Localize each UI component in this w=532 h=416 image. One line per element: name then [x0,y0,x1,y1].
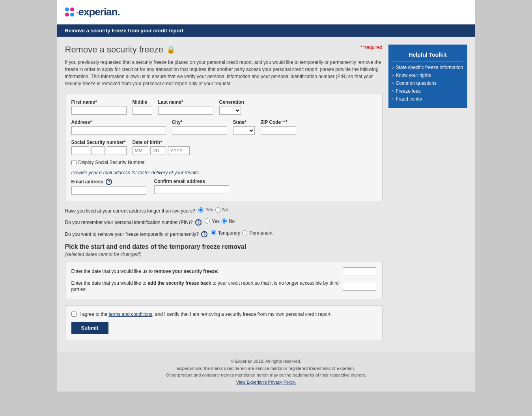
ssn-label: Social Security number* [71,140,127,145]
q3-perm-radio[interactable] [242,230,247,235]
confirm-email-group: Confirm email address [154,179,229,195]
toolkit-link-3[interactable]: Freeze fees [396,88,421,94]
q1-yes-radio[interactable] [198,207,203,213]
footer-privacy-link[interactable]: View Experian's Privacy Policy. [236,380,296,384]
display-ssn-label: Display Social Security Number [78,160,145,165]
q2-yes-label: Yes [212,218,220,224]
toolkit-link-2[interactable]: Common questions [396,80,437,86]
logo: ·experian. [65,6,467,18]
q1-no-label: No [222,207,228,213]
toolkit-link-4[interactable]: Fraud center [396,96,423,102]
add-back-date-input[interactable] [343,282,376,291]
address-row: Address* City* State* ALAKAZAR CACOCTDE [71,119,376,135]
address-input[interactable] [71,126,166,135]
terms-checkbox[interactable] [71,312,77,317]
email-input[interactable] [71,186,146,195]
main-content: Remove a security freeze 🔒 *=required If… [57,37,475,352]
terms-row: I agree to the terms and conditions, and… [71,312,376,317]
question-3-text: Do you want to remove your freeze tempor… [65,231,199,237]
dot-br [70,13,74,17]
q1-radio-group: Yes No [198,207,228,213]
footer-line2: Experian and the marks used herein are s… [63,365,469,372]
generation-label: Generation [219,99,244,105]
dob-label: Date of birth* [133,140,190,145]
q1-no-radio[interactable] [215,207,220,213]
zip-input[interactable] [261,126,296,135]
questions-section: Have you lived at your current address l… [65,207,383,237]
freeze-type-help-icon[interactable]: ? [201,231,207,237]
email-help-icon[interactable]: ? [106,179,112,185]
dob-month-input[interactable] [133,146,148,155]
toolkit-links: State specific freeze information Know y… [392,65,463,102]
dates-subtitle: (selected dates cannot be changed!) [65,252,383,257]
footer-line3: Other product and company names mentione… [63,372,469,379]
state-group: State* ALAKAZAR CACOCTDE FLGAHIID ILINIA… [233,119,255,135]
state-label: State* [233,119,255,125]
state-select[interactable]: ALAKAZAR CACOCTDE FLGAHIID ILINIAKS KYLA… [233,126,255,135]
ssn-part3-input[interactable] [107,146,127,155]
q2-radio-group: Yes No [205,218,235,224]
ssn-dob-row: Social Security number* Date of birth* [71,140,376,155]
dob-inputs [133,146,190,155]
dot-tr [70,7,74,11]
remove-date-input[interactable] [343,267,376,276]
form-section: Remove a security freeze 🔒 *=required If… [65,45,383,344]
ssn-part1-input[interactable] [71,146,89,155]
q3-temp-radio[interactable] [211,230,216,235]
middle-name-group: Middle [133,99,152,115]
toolkit-link-1[interactable]: Know your rights [396,73,431,78]
city-label: City* [172,119,227,125]
display-ssn-row: Display Social Security Number [71,160,376,165]
submit-button[interactable]: Submit [71,322,108,334]
dob-year-input[interactable] [168,146,190,155]
terms-text: I agree to the terms and conditions, and… [80,312,332,317]
terms-link[interactable]: terms and conditions [109,312,153,317]
last-name-input[interactable] [158,106,213,115]
question-3-row: Do you want to remove your freeze tempor… [65,230,383,237]
q2-yes-radio[interactable] [205,218,210,224]
dates-section: Pick the start and end dates of the temp… [65,243,383,300]
page-description: If you previously requested that a secur… [65,59,383,87]
dob-group-container: Date of birth* [133,140,190,155]
zip-group: ZIP Code™* [261,119,296,135]
dot-bl [65,13,69,17]
lock-icon: 🔒 [166,45,175,54]
toolkit-link-item-4[interactable]: Fraud center [392,96,463,102]
terms-section: I agree to the terms and conditions, and… [65,305,383,340]
generation-select[interactable]: Jr. Sr. II III [219,106,241,115]
toolkit-link-item-1[interactable]: Know your rights [392,73,463,78]
display-ssn-checkbox[interactable] [71,160,77,165]
toolkit-title: Helpful Toolkit [392,49,463,62]
toolkit-link-0[interactable]: State specific freeze information [396,65,463,70]
footer: © Experian 2018. All rights reserved. Ex… [57,352,475,392]
first-name-input[interactable] [71,106,127,115]
confirm-email-input[interactable] [154,185,229,194]
dob-day-input[interactable] [150,146,166,155]
add-back-date-label: Enter the date that you would like to ad… [71,280,343,293]
q3-radio-group: Temporary Permanent [211,230,273,236]
personal-info-box: First name* Middle Last name* Generation [65,93,383,201]
city-group: City* [172,119,227,135]
page-title-container: Remove a security freeze 🔒 [65,45,175,55]
email-label: Email address ? [71,179,146,185]
toolkit-box: Helpful Toolkit State specific freeze in… [388,45,467,108]
toolkit-link-item-0[interactable]: State specific freeze information [392,65,463,70]
middle-name-input[interactable] [133,106,152,115]
ssn-inputs [71,146,127,155]
toolkit-link-item-3[interactable]: Freeze fees [392,88,463,94]
pin-help-icon[interactable]: ? [195,219,202,226]
toolkit-link-item-2[interactable]: Common questions [392,80,463,86]
remove-date-row: Enter the date that you would like us to… [71,267,376,276]
remove-date-label: Enter the date that you would like us to… [71,268,343,275]
middle-name-label: Middle [133,99,152,105]
ssn-part2-input[interactable] [91,146,105,155]
required-note: *=required [360,45,383,50]
generation-group: Generation Jr. Sr. II III [219,99,244,115]
last-name-label: Last name* [158,99,213,105]
city-input[interactable] [172,126,227,135]
zip-label: ZIP Code™* [261,119,296,125]
question-2-text: Do you remember your personal identifica… [65,219,193,225]
ssn-group-container: Social Security number* [71,140,127,155]
address-label: Address* [71,119,166,125]
q2-no-radio[interactable] [222,218,227,224]
